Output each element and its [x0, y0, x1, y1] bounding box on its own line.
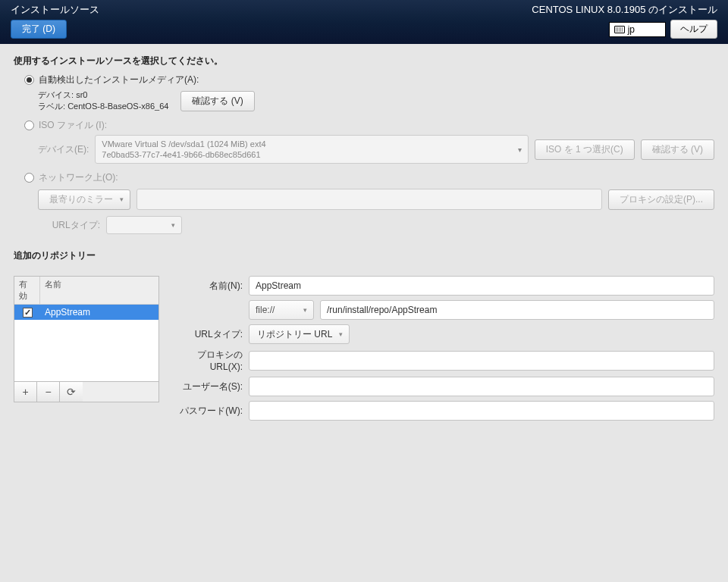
- radio-icon: [24, 120, 34, 130]
- repos-heading: 追加のリポジトリー: [14, 249, 714, 262]
- iso-device-line2: 7e0bad53-77c7-4e41-9b66-db68ec85d661: [102, 149, 509, 160]
- verify-iso-button[interactable]: 確認する (V): [641, 139, 714, 160]
- mirror-selector[interactable]: 最寄りのミラー ▾: [38, 189, 130, 210]
- repo-url-type-value: リポジトリー URL: [257, 328, 332, 341]
- radio-icon: [24, 173, 34, 183]
- verify-button[interactable]: 確認する (V): [180, 91, 254, 111]
- col-header-name: 名前: [40, 277, 158, 304]
- url-type-combo[interactable]: ▾: [106, 216, 182, 234]
- mirror-label: 最寄りのミラー: [49, 194, 113, 205]
- device-value: sr0: [76, 90, 87, 99]
- main-content: 使用するインストールソースを選択してください。 自動検出したインストールメディア…: [0, 44, 728, 436]
- proxy-url-label: プロキシの URL(X):: [171, 349, 243, 372]
- username-input[interactable]: [249, 377, 714, 396]
- chevron-down-icon: ▾: [339, 330, 343, 338]
- proxy-url-input[interactable]: [249, 351, 714, 371]
- repo-name-input[interactable]: [249, 276, 714, 296]
- url-type-label: URLタイプ:: [38, 219, 100, 232]
- header: インストールソース 完了 (D) CENTOS LINUX 8.0.1905 の…: [0, 0, 728, 44]
- radio-network[interactable]: ネットワーク上(O):: [24, 171, 714, 184]
- iso-device-line1: VMware Virtual S /dev/sda1 (1024 MiB) ex…: [102, 139, 509, 149]
- keyboard-layout-indicator[interactable]: jp: [609, 22, 666, 37]
- device-label: デバイス:: [38, 90, 74, 99]
- label-value: CentOS-8-BaseOS-x86_64: [67, 102, 168, 111]
- add-repo-button[interactable]: +: [14, 382, 37, 402]
- installer-title: CENTOS LINUX 8.0.1905 のインストール: [532, 3, 717, 17]
- repo-form: 名前(N): file:// ▾ URLタイプ: リポジトリー URL ▾ プ: [171, 276, 714, 425]
- radio-auto-detect[interactable]: 自動検出したインストールメディア(A):: [24, 74, 714, 86]
- keyboard-icon: [614, 26, 625, 33]
- col-header-enabled: 有効: [14, 277, 40, 304]
- chevron-down-icon: ▾: [303, 306, 307, 314]
- repo-url-type-combo[interactable]: リポジトリー URL ▾: [249, 324, 350, 344]
- done-button[interactable]: 完了 (D): [11, 20, 67, 39]
- radio-iso-file[interactable]: ISO ファイル (I):: [24, 119, 714, 132]
- reload-repo-button[interactable]: ⟳: [60, 382, 83, 402]
- chevron-down-icon: ▾: [518, 145, 522, 155]
- repo-listbox[interactable]: 有効 名前 ✓ AppStream: [14, 276, 159, 382]
- detected-media-info: デバイス: sr0 ラベル: CentOS-8-BaseOS-x86_64 確認…: [38, 89, 714, 113]
- iso-device-combo[interactable]: VMware Virtual S /dev/sda1 (1024 MiB) ex…: [95, 135, 528, 164]
- list-item-name: AppStream: [40, 307, 90, 318]
- help-button[interactable]: ヘルプ: [670, 20, 717, 39]
- iso-device-label: デバイス(E):: [38, 143, 89, 156]
- repo-url-type-label: URLタイプ:: [171, 328, 243, 341]
- checkbox-icon[interactable]: ✓: [23, 308, 33, 318]
- page-title: インストールソース: [11, 3, 99, 17]
- radio-iso-label: ISO ファイル (I):: [39, 119, 107, 132]
- source-heading: 使用するインストールソースを選択してください。: [14, 55, 714, 67]
- repo-list-panel: 有効 名前 ✓ AppStream + − ⟳: [14, 276, 159, 402]
- password-label: パスワード(W):: [171, 405, 243, 418]
- remove-repo-button[interactable]: −: [37, 382, 60, 402]
- network-url-input[interactable]: [136, 189, 602, 210]
- repo-name-label: 名前(N):: [171, 280, 243, 293]
- label-label: ラベル:: [38, 102, 65, 111]
- chevron-down-icon: ▾: [171, 221, 175, 229]
- radio-auto-label: 自動検出したインストールメディア(A):: [39, 74, 199, 86]
- proxy-settings-button[interactable]: プロキシの設定(P)...: [608, 189, 714, 210]
- repo-protocol-value: file://: [256, 305, 275, 315]
- list-item[interactable]: ✓ AppStream: [14, 305, 158, 320]
- radio-icon: [24, 75, 34, 85]
- radio-network-label: ネットワーク上(O):: [39, 171, 118, 184]
- repo-path-input[interactable]: [320, 300, 714, 320]
- chevron-down-icon: ▾: [120, 196, 124, 203]
- username-label: ユーザー名(S):: [171, 380, 243, 393]
- repo-protocol-combo[interactable]: file:// ▾: [249, 300, 314, 320]
- choose-iso-button[interactable]: ISO を 1 つ選択(C): [535, 139, 635, 160]
- keyboard-layout-label: jp: [628, 24, 635, 35]
- password-input[interactable]: [249, 401, 714, 421]
